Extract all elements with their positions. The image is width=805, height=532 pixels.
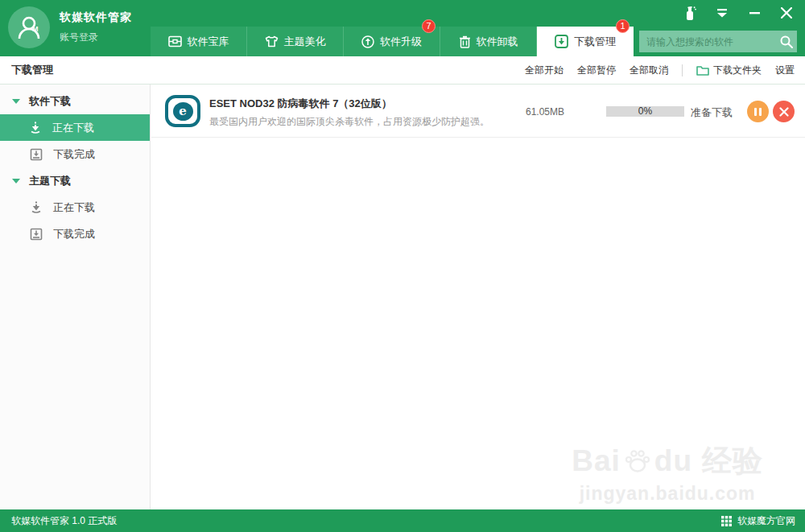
tab-theme-beautify[interactable]: 主题美化 xyxy=(247,27,344,56)
pause-button[interactable] xyxy=(747,101,769,122)
upgrade-arrow-icon xyxy=(361,35,374,48)
download-item-size: 61.05MB xyxy=(526,106,564,118)
watermark-text: Bai xyxy=(572,444,621,478)
watermark-text: 经验 xyxy=(702,441,763,481)
version-label: 软媒软件管家 1.0 正式版 xyxy=(11,514,117,528)
sidebar-item-label: 下载完成 xyxy=(53,227,95,241)
pause-icon xyxy=(759,108,762,116)
download-folder-button[interactable]: 下载文件夹 xyxy=(696,64,762,77)
download-status: 准备下载 xyxy=(691,105,733,120)
tab-label: 主题美化 xyxy=(284,35,326,49)
download-list: e ESET NOD32 防病毒软件 7（32位版） 最受国内用户欢迎的国际顶尖… xyxy=(151,85,805,509)
eset-logo-icon: e xyxy=(165,95,200,127)
tab-label: 软件卸载 xyxy=(477,35,518,49)
divider xyxy=(682,64,683,76)
download-folder-label: 下载文件夹 xyxy=(713,64,762,77)
svg-text:M: M xyxy=(32,25,39,33)
download-complete-icon xyxy=(30,228,43,241)
download-complete-icon xyxy=(30,148,43,161)
spray-bottle-icon[interactable] xyxy=(683,6,697,20)
progress-bar: 0% xyxy=(606,106,684,117)
sidebar-item-software-completed[interactable]: 下载完成 xyxy=(0,141,150,167)
main-tabs: 软件宝库 主题美化 软件升级 7 xyxy=(151,27,634,56)
tab-software-upgrade[interactable]: 软件升级 7 xyxy=(344,27,440,56)
pause-all-button[interactable]: 全部暂停 xyxy=(577,64,616,77)
watermark-text: du xyxy=(654,444,692,478)
upgrade-count-badge: 7 xyxy=(422,19,436,33)
downloading-icon xyxy=(29,122,42,134)
tab-label: 下载管理 xyxy=(574,35,616,49)
tshirt-icon xyxy=(265,35,279,47)
toolbar: 下载管理 全部开始 全部暂停 全部取消 下载文件夹 设置 xyxy=(0,56,805,85)
window-controls xyxy=(683,6,794,20)
watermark-brand: Bai du 经验 xyxy=(572,441,763,481)
watermark-url: jingyan.baidu.com xyxy=(572,483,763,505)
dropdown-icon[interactable] xyxy=(715,6,729,20)
close-icon[interactable] xyxy=(779,6,794,20)
baidu-watermark: Bai du 经验 jingyan.baidu.com xyxy=(572,441,763,505)
search-icon[interactable] xyxy=(776,35,797,48)
sidebar-item-theme-downloading[interactable]: 正在下载 xyxy=(0,194,150,221)
download-box-icon xyxy=(555,35,568,48)
person-icon: M xyxy=(15,14,43,41)
content-area: 软件下载 正在下载 下载完成 xyxy=(0,85,805,509)
app-window: M 软媒软件管家 账号登录 xyxy=(0,0,805,532)
eset-logo-letter: e xyxy=(173,102,193,121)
sidebar-item-software-downloading[interactable]: 正在下载 xyxy=(0,114,150,141)
official-site-label: 软媒魔方官网 xyxy=(737,514,795,528)
collapse-triangle-icon xyxy=(12,179,20,184)
tab-software-uninstall[interactable]: 软件卸载 xyxy=(440,27,537,56)
sidebar-group-theme-download[interactable]: 主题下载 xyxy=(0,167,150,194)
page-title: 下载管理 xyxy=(11,63,53,77)
official-site-link[interactable]: 软媒魔方官网 xyxy=(721,514,795,528)
search-input[interactable] xyxy=(639,31,776,52)
sidebar-item-label: 正在下载 xyxy=(52,121,94,135)
paw-icon xyxy=(623,447,652,476)
downloading-icon xyxy=(30,201,43,214)
download-item-description: 最受国内用户欢迎的国际顶尖杀毒软件，占用资源极少防护超强。 xyxy=(209,115,489,129)
tab-download-manager[interactable]: 下载管理 1 xyxy=(537,27,634,56)
pause-icon xyxy=(754,108,757,116)
account-login-link[interactable]: 账号登录 xyxy=(60,31,98,44)
sidebar-group-software-download[interactable]: 软件下载 xyxy=(0,88,150,114)
download-row: e ESET NOD32 防病毒软件 7（32位版） 最受国内用户欢迎的国际顶尖… xyxy=(151,85,805,138)
status-bar: 软媒软件管家 1.0 正式版 软媒魔方官网 xyxy=(0,509,805,532)
sidebar-group-label: 软件下载 xyxy=(29,94,71,109)
sidebar-group-label: 主题下载 xyxy=(29,174,71,188)
app-title: 软媒软件管家 xyxy=(60,10,132,25)
cancel-button[interactable] xyxy=(773,101,795,122)
start-all-button[interactable]: 全部开始 xyxy=(525,64,564,77)
sidebar-item-label: 正在下载 xyxy=(53,200,95,215)
tab-software-library[interactable]: 软件宝库 xyxy=(151,27,247,56)
progress-percent: 0% xyxy=(606,106,684,117)
download-count-badge: 1 xyxy=(616,19,630,33)
collapse-triangle-icon xyxy=(12,99,20,104)
grid-icon xyxy=(721,516,732,526)
x-icon xyxy=(779,107,789,117)
folder-icon xyxy=(696,65,709,76)
trash-icon xyxy=(459,35,471,48)
tab-label: 软件升级 xyxy=(380,35,422,49)
minimize-icon[interactable] xyxy=(747,6,762,20)
settings-button[interactable]: 设置 xyxy=(775,64,795,77)
sidebar: 软件下载 正在下载 下载完成 xyxy=(0,85,151,509)
avatar[interactable]: M xyxy=(8,6,50,48)
sidebar-item-label: 下载完成 xyxy=(53,147,95,162)
cancel-all-button[interactable]: 全部取消 xyxy=(630,64,668,77)
toolbar-actions: 全部开始 全部暂停 全部取消 下载文件夹 设置 xyxy=(525,64,795,77)
sidebar-item-theme-completed[interactable]: 下载完成 xyxy=(0,221,150,247)
tab-label: 软件宝库 xyxy=(188,35,229,49)
header: M 软媒软件管家 账号登录 xyxy=(0,0,805,56)
search-box xyxy=(639,31,797,52)
download-item-name: ESET NOD32 防病毒软件 7（32位版） xyxy=(209,97,392,111)
treasure-box-icon xyxy=(168,35,182,47)
